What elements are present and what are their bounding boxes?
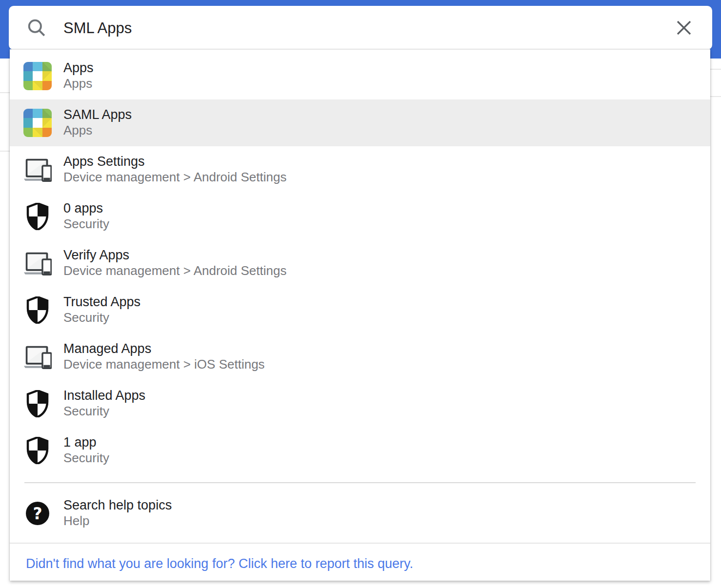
devices-icon xyxy=(23,345,52,370)
devices-icon xyxy=(23,251,52,276)
apps-grid-icon xyxy=(23,62,52,90)
result-title: Verify Apps xyxy=(63,247,286,263)
result-subtitle: Device management > Android Settings xyxy=(63,170,286,185)
report-query-link[interactable]: Didn't find what you are looking for? Cl… xyxy=(26,556,413,571)
devices-icon xyxy=(23,157,52,182)
result-subtitle: Security xyxy=(63,310,140,325)
result-row-0-apps[interactable]: 0 apps Security xyxy=(10,193,710,240)
result-row-apps-settings[interactable]: Apps Settings Device management > Androi… xyxy=(10,146,710,193)
background-divider xyxy=(0,92,10,93)
background-divider xyxy=(710,69,721,70)
close-icon[interactable] xyxy=(676,20,692,36)
result-subtitle: Security xyxy=(63,451,109,466)
search-bar[interactable]: SML Apps xyxy=(9,6,712,50)
security-shield-icon xyxy=(26,390,49,417)
result-row-saml-apps[interactable]: SAML Apps Apps xyxy=(10,99,710,146)
dropdown-footer: Didn't find what you are looking for? Cl… xyxy=(10,544,710,581)
result-title: 0 apps xyxy=(63,200,109,216)
result-row-apps[interactable]: Apps Apps xyxy=(10,53,710,99)
result-row-1-app[interactable]: 1 app Security xyxy=(10,427,710,474)
result-subtitle: Security xyxy=(63,404,145,419)
search-input[interactable]: SML Apps xyxy=(63,6,132,50)
apps-grid-icon xyxy=(23,109,52,137)
divider xyxy=(24,482,696,483)
result-title: Search help topics xyxy=(63,497,172,513)
result-title: Apps xyxy=(63,60,94,76)
result-subtitle: Help xyxy=(63,513,172,529)
result-title: Managed Apps xyxy=(63,341,265,357)
result-subtitle: Device management > Android Settings xyxy=(63,263,286,278)
result-subtitle: Security xyxy=(63,216,109,232)
result-title: Apps Settings xyxy=(63,154,286,170)
background-divider xyxy=(710,96,721,97)
result-row-trusted-apps[interactable]: Trusted Apps Security xyxy=(10,287,710,333)
security-shield-icon xyxy=(26,203,49,230)
search-icon xyxy=(27,19,46,37)
result-subtitle: Apps xyxy=(63,76,94,91)
result-row-search-help-topics[interactable]: ? Search help topics Help xyxy=(10,490,710,537)
security-shield-icon xyxy=(26,437,49,464)
background-divider xyxy=(0,151,10,152)
result-subtitle: Device management > iOS Settings xyxy=(63,357,265,372)
result-title: SAML Apps xyxy=(63,107,132,123)
result-row-verify-apps[interactable]: Verify Apps Device management > Android … xyxy=(10,240,710,287)
search-results-dropdown: Apps Apps SAML Apps Apps Apps Settings D… xyxy=(10,49,710,581)
result-title: 1 app xyxy=(63,434,109,451)
result-row-installed-apps[interactable]: Installed Apps Security xyxy=(10,380,710,427)
security-shield-icon xyxy=(26,296,49,324)
result-title: Installed Apps xyxy=(63,388,145,404)
search-results-list: Apps Apps SAML Apps Apps Apps Settings D… xyxy=(10,53,710,474)
result-title: Trusted Apps xyxy=(63,294,140,310)
result-subtitle: Apps xyxy=(63,123,132,138)
result-row-managed-apps[interactable]: Managed Apps Device management > iOS Set… xyxy=(10,333,710,380)
help-icon: ? xyxy=(26,502,49,525)
